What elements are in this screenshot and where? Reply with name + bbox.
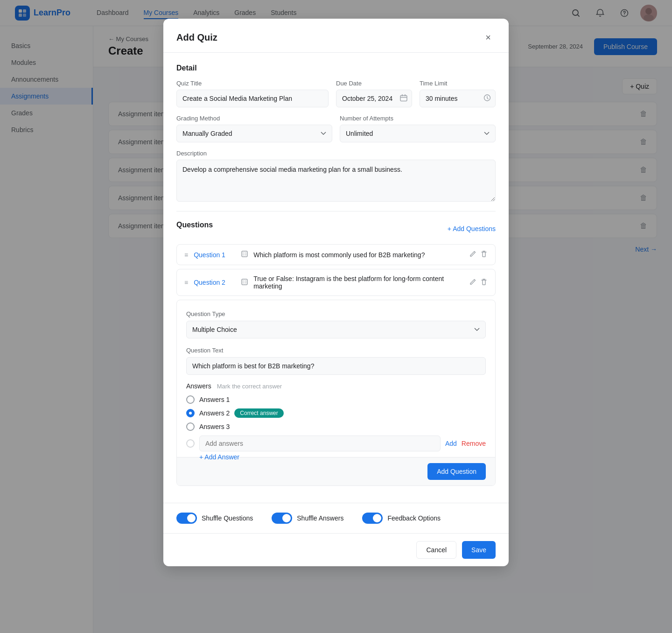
attempts-label: Number of Attempts bbox=[340, 115, 496, 122]
svg-point-13 bbox=[243, 254, 244, 255]
feedback-options-toggle[interactable] bbox=[362, 513, 383, 524]
attempts-select[interactable]: Unlimited 1 2 3 bbox=[340, 125, 496, 142]
question-type-row: Question Type Multiple Choice True/False… bbox=[186, 309, 486, 338]
due-date-input-wrapper bbox=[336, 90, 412, 107]
questions-header: Questions + Add Questions bbox=[176, 221, 496, 237]
svg-rect-11 bbox=[242, 251, 247, 257]
svg-rect-9 bbox=[400, 96, 407, 101]
svg-rect-14 bbox=[242, 279, 247, 285]
add-question-footer: Add Question bbox=[177, 457, 495, 485]
time-limit-label: Time Limit bbox=[420, 80, 496, 87]
feedback-options-label: Feedback Options bbox=[387, 514, 441, 522]
shuffle-answers-toggle-group: Shuffle Answers bbox=[272, 513, 343, 524]
questions-section: Questions + Add Questions ≡ Question 1 W… bbox=[176, 211, 496, 486]
quiz-title-input[interactable] bbox=[176, 90, 329, 107]
question-2-label[interactable]: Question 2 bbox=[194, 279, 236, 286]
quiz-title-group: Quiz Title bbox=[176, 80, 329, 107]
question-text-label: Question Text bbox=[186, 347, 223, 354]
add-question-form: Question Type Multiple Choice True/False… bbox=[176, 300, 496, 486]
correct-answer-badge: Correct answer bbox=[234, 408, 283, 418]
quiz-title-label: Quiz Title bbox=[176, 80, 329, 87]
question-type-select[interactable]: Multiple Choice True/False Short Answer bbox=[186, 321, 486, 338]
calendar-icon bbox=[400, 94, 407, 103]
add-answer-link[interactable]: + Add Answer bbox=[199, 453, 239, 461]
shuffle-answers-toggle[interactable] bbox=[272, 513, 292, 524]
modal-title: Add Quiz bbox=[176, 32, 217, 43]
answer-1-text: Answers 1 bbox=[199, 396, 230, 403]
answers-label: Answers bbox=[186, 382, 211, 390]
shuffle-questions-toggle[interactable] bbox=[176, 513, 197, 524]
due-date-group: Due Date bbox=[336, 80, 412, 107]
answers-section: Answers Mark the correct answer Answers … bbox=[186, 382, 486, 461]
detail-section-title: Detail bbox=[176, 64, 496, 72]
new-answer-radio bbox=[186, 439, 195, 448]
svg-point-15 bbox=[243, 281, 244, 281]
grading-method-select[interactable]: Manually Graded Auto Graded bbox=[176, 125, 332, 142]
question-type-icon-1 bbox=[241, 251, 248, 259]
modal-footer: Cancel Save bbox=[163, 533, 509, 566]
answer-2-text: Answers 2 bbox=[199, 409, 230, 417]
delete-question-1-icon[interactable] bbox=[480, 250, 488, 259]
description-textarea[interactable]: Develop a comprehensive social media mar… bbox=[176, 160, 496, 202]
svg-point-16 bbox=[243, 282, 244, 283]
description-label: Description bbox=[176, 150, 496, 157]
question-1-label[interactable]: Question 1 bbox=[194, 251, 236, 259]
answer-3-text: Answers 3 bbox=[199, 423, 230, 430]
answer-3-radio[interactable] bbox=[186, 422, 195, 431]
attempts-group: Number of Attempts Unlimited 1 2 3 bbox=[340, 115, 496, 142]
modal-header: Add Quiz × bbox=[163, 19, 509, 53]
question-text-row: Question Text bbox=[186, 346, 486, 375]
answer-2-radio[interactable] bbox=[186, 409, 195, 417]
toggles-row: Shuffle Questions Shuffle Answers Feedba… bbox=[163, 503, 509, 533]
add-questions-button[interactable]: + Add Questions bbox=[448, 225, 496, 232]
add-answer-input[interactable] bbox=[199, 436, 441, 451]
grading-row: Grading Method Manually Graded Auto Grad… bbox=[176, 115, 496, 142]
clock-icon bbox=[483, 94, 491, 103]
answers-header: Answers Mark the correct answer bbox=[186, 382, 486, 390]
modal-close-button[interactable]: × bbox=[481, 30, 496, 45]
time-limit-input-wrapper bbox=[420, 90, 496, 107]
add-question-button[interactable]: Add Question bbox=[427, 463, 486, 480]
answer-item-1: Answers 1 bbox=[186, 395, 486, 404]
due-date-label: Due Date bbox=[336, 80, 412, 87]
shuffle-questions-toggle-group: Shuffle Questions bbox=[176, 513, 253, 524]
question-row-1: ≡ Question 1 Which platform is most comm… bbox=[176, 244, 496, 265]
feedback-options-toggle-group: Feedback Options bbox=[362, 513, 441, 524]
answer-item-3: Answers 3 bbox=[186, 422, 486, 431]
save-button[interactable]: Save bbox=[462, 541, 496, 559]
quiz-title-row: Quiz Title Due Date Time Limit bbox=[176, 80, 496, 107]
grading-method-label: Grading Method bbox=[176, 115, 332, 122]
question-type-icon-2 bbox=[241, 279, 248, 287]
add-quiz-modal: Add Quiz × Detail Quiz Title Due Date bbox=[163, 19, 509, 566]
edit-question-2-icon[interactable] bbox=[469, 278, 476, 287]
description-group: Description Develop a comprehensive soci… bbox=[176, 150, 496, 202]
modal-body: Detail Quiz Title Due Date Tim bbox=[163, 53, 509, 503]
question-2-actions bbox=[469, 278, 488, 287]
drag-icon-1: ≡ bbox=[184, 251, 188, 259]
answer-1-radio[interactable] bbox=[186, 395, 195, 404]
delete-question-2-icon[interactable] bbox=[480, 278, 488, 287]
mark-correct-label: Mark the correct answer bbox=[217, 383, 282, 390]
question-text-input[interactable] bbox=[186, 357, 486, 375]
edit-question-1-icon[interactable] bbox=[469, 250, 476, 259]
shuffle-questions-label: Shuffle Questions bbox=[202, 514, 253, 522]
shuffle-answers-label: Shuffle Answers bbox=[297, 514, 343, 522]
question-1-actions bbox=[469, 250, 488, 259]
time-limit-group: Time Limit bbox=[420, 80, 496, 107]
svg-point-12 bbox=[243, 253, 244, 253]
add-answer-input-row: Add Remove bbox=[186, 436, 486, 451]
question-row-2: ≡ Question 2 True or False: Instagram is… bbox=[176, 269, 496, 296]
answer-item-2: Answers 2 Correct answer bbox=[186, 408, 486, 418]
cancel-button[interactable]: Cancel bbox=[416, 541, 456, 559]
questions-title: Questions bbox=[176, 221, 213, 229]
question-type-label: Question Type bbox=[186, 310, 225, 317]
question-1-text: Which platform is most commonly used for… bbox=[253, 251, 463, 259]
drag-icon-2: ≡ bbox=[184, 279, 188, 286]
modal-overlay[interactable]: Add Quiz × Detail Quiz Title Due Date bbox=[0, 0, 672, 633]
question-2-text: True or False: Instagram is the best pla… bbox=[253, 275, 463, 290]
grading-method-group: Grading Method Manually Graded Auto Grad… bbox=[176, 115, 332, 142]
answer-add-button[interactable]: Add bbox=[445, 440, 457, 447]
answer-remove-button[interactable]: Remove bbox=[462, 440, 486, 447]
